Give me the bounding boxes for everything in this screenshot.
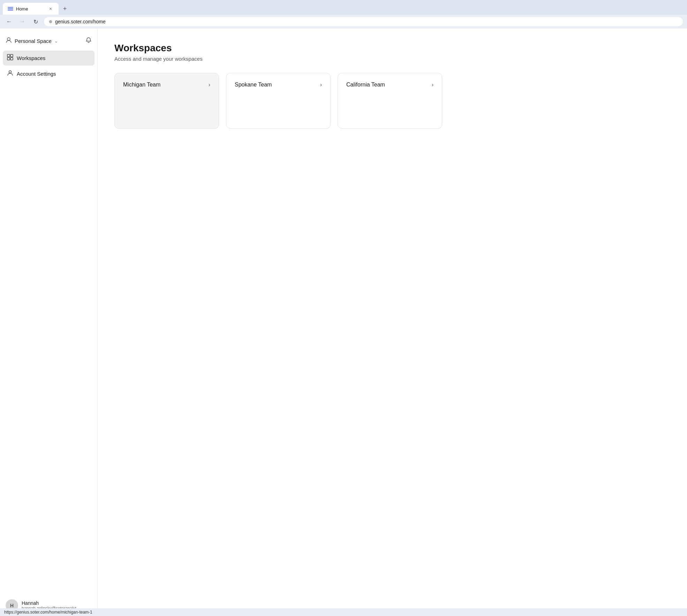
svg-rect-1 [8, 8, 13, 9]
svg-rect-5 [10, 54, 13, 57]
svg-rect-0 [8, 7, 13, 8]
user-name: Hannah [22, 600, 80, 606]
workspace-card-california[interactable]: California Team › [338, 73, 442, 129]
chevron-right-icon: › [320, 82, 322, 88]
browser-chrome: Home × + ← → ↻ ⊕ genius.soter.com/home [0, 0, 687, 29]
workspace-card-name: Spokane Team [235, 82, 272, 88]
sidebar-nav: Workspaces Account Settings [0, 51, 97, 81]
chevron-down-icon: ⌄ [54, 39, 58, 44]
workspace-card-name: California Team [346, 82, 385, 88]
reload-button[interactable]: ↻ [31, 17, 40, 27]
status-url: https://genius.soter.com/home/michigan-t… [4, 610, 92, 615]
svg-point-8 [9, 71, 12, 73]
address-bar-row: ← → ↻ ⊕ genius.soter.com/home [0, 15, 687, 29]
address-text: genius.soter.com/home [55, 19, 678, 24]
sidebar: Personal Space ⌄ [0, 29, 98, 616]
sidebar-item-workspaces-label: Workspaces [17, 55, 45, 61]
back-button[interactable]: ← [4, 17, 14, 27]
svg-rect-4 [7, 54, 10, 57]
user-icon [6, 37, 12, 45]
browser-tab[interactable]: Home × [3, 3, 59, 15]
workspace-card-name: Michigan Team [123, 82, 160, 88]
sidebar-header: Personal Space ⌄ [0, 34, 97, 51]
personal-space-selector[interactable]: Personal Space ⌄ [6, 37, 58, 45]
main-content: Workspaces Access and manage your worksp… [98, 29, 687, 616]
new-tab-button[interactable]: + [60, 4, 70, 14]
tab-close-button[interactable]: × [47, 6, 54, 12]
sidebar-item-account-settings[interactable]: Account Settings [3, 66, 95, 81]
chevron-right-icon: › [432, 82, 433, 88]
address-bar[interactable]: ⊕ genius.soter.com/home [44, 17, 683, 26]
workspace-grid: Michigan Team › Spokane Team › Californi… [114, 73, 670, 129]
page-title: Workspaces [114, 43, 670, 54]
workspace-card-michigan[interactable]: Michigan Team › [114, 73, 219, 129]
app-layout: Personal Space ⌄ [0, 29, 687, 616]
tab-title: Home [16, 6, 45, 12]
svg-point-3 [7, 38, 10, 40]
tab-bar: Home × + [0, 0, 687, 15]
page-subtitle: Access and manage your workspaces [114, 56, 670, 62]
svg-rect-7 [10, 58, 13, 60]
notification-bell-icon[interactable] [85, 37, 92, 45]
workspaces-icon [7, 54, 13, 62]
personal-space-label: Personal Space [15, 38, 52, 44]
sidebar-item-workspaces[interactable]: Workspaces [3, 51, 95, 66]
sidebar-item-account-settings-label: Account Settings [17, 71, 56, 77]
account-settings-icon [7, 70, 13, 78]
workspace-card-spokane[interactable]: Spokane Team › [226, 73, 331, 129]
tab-icon [8, 6, 13, 12]
forward-button[interactable]: → [17, 17, 27, 27]
svg-rect-2 [8, 10, 13, 10]
chevron-right-icon: › [209, 82, 210, 88]
status-bar: https://genius.soter.com/home/michigan-t… [0, 608, 687, 616]
security-icon: ⊕ [49, 19, 52, 24]
svg-rect-6 [7, 58, 10, 60]
